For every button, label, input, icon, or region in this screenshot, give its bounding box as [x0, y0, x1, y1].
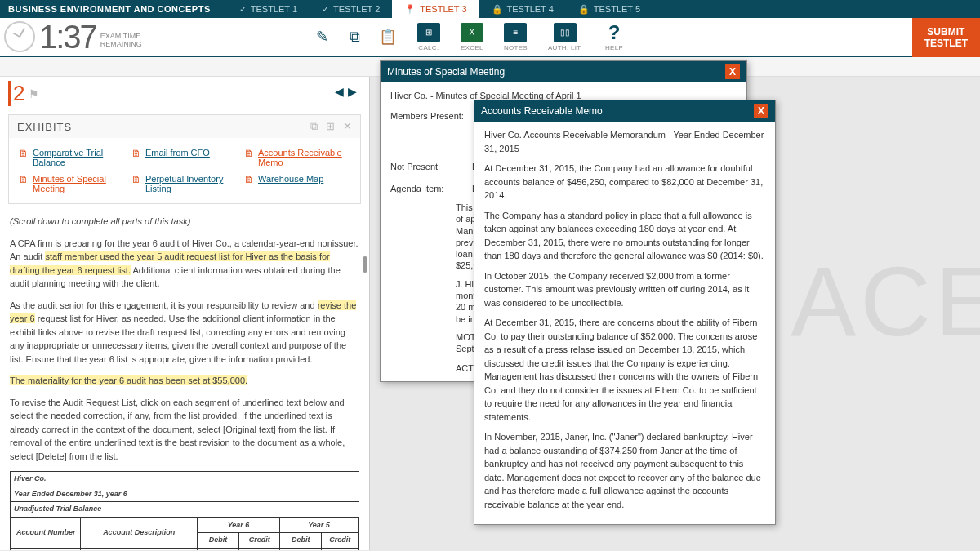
ws-period: Year Ended December 31, year 6 — [11, 487, 359, 503]
help-button[interactable]: ?HELP — [603, 23, 626, 51]
document-icon: 🗎 — [244, 174, 254, 185]
trial-balance-worksheet[interactable]: Hiver Co. Year Ended December 31, year 6… — [10, 471, 359, 550]
pencil-icon[interactable]: ✎ — [314, 28, 332, 46]
top-bar: BUSINESS ENVIRONMENT AND CONCEPTS ✓TESTL… — [0, 0, 980, 18]
testlet-1-tab[interactable]: ✓TESTLET 1 — [227, 0, 310, 18]
ar-memo-body: Hiver Co. Accounts Receivable Memorandum… — [474, 122, 775, 524]
close-icon[interactable]: X — [754, 104, 768, 118]
scroll-hint: (Scroll down to complete all parts of th… — [10, 215, 359, 229]
exhibit-link-5[interactable]: 🗎Warehouse Map — [241, 171, 354, 197]
app-tools: ⊞CALC. XEXCEL ≡NOTES ▯▯AUTH. LIT. ?HELP — [417, 23, 626, 51]
exhibit-link-3[interactable]: 🗎Minutes of Special Meeting — [16, 171, 128, 197]
document-icon: 🗎 — [131, 174, 141, 185]
toolbar: 1:37 EXAM TIMEREMAINING ✎ ⧉ 📋 ⊞CALC. XEX… — [0, 18, 980, 57]
auth-lit-button[interactable]: ▯▯AUTH. LIT. — [548, 23, 582, 51]
clock-icon — [4, 21, 35, 52]
exam-title: BUSINESS ENVIRONMENT AND CONCEPTS — [8, 4, 211, 14]
testlet-3-tab[interactable]: 📍TESTLET 3 — [392, 0, 479, 18]
cascade-icon[interactable]: ⧉ — [310, 120, 318, 133]
exhibits-title: EXHIBITS — [17, 121, 72, 133]
help-icon: ? — [603, 23, 626, 42]
check-icon: ✓ — [322, 4, 329, 15]
submit-testlet-button[interactable]: SUBMITTESTLET — [912, 18, 980, 57]
notes-button[interactable]: ≡NOTES — [504, 23, 528, 51]
tile-icon[interactable]: ⊞ — [326, 120, 335, 133]
exhibits-box: EXHIBITS ⧉ ⊞ ✕ 🗎Comparative Trial Balanc… — [8, 114, 361, 204]
exhibit-link-4[interactable]: 🗎Perpetual Inventory Listing — [128, 171, 241, 197]
testlet-4-tab: 🔒TESTLET 4 — [479, 0, 566, 18]
flag-icon[interactable]: ⚑ — [29, 87, 39, 100]
document-icon: 🗎 — [131, 148, 141, 159]
close-all-icon[interactable]: ✕ — [343, 120, 352, 133]
clipboard-icon[interactable]: 📋 — [379, 28, 397, 46]
panel-next-icon[interactable]: ▶ — [348, 85, 357, 98]
excel-button[interactable]: XEXCEL — [461, 23, 483, 51]
instruction-p4: To revise the Audit Request List, click … — [10, 396, 359, 464]
calc-icon: ⊞ — [417, 23, 440, 42]
document-icon: 🗎 — [244, 148, 254, 159]
popup-title: Minutes of Special Meeting — [387, 66, 505, 78]
table-row[interactable]: 1010Bank account no. 0010396735,136,0005… — [11, 548, 359, 550]
annotation-tools: ✎ ⧉ 📋 — [314, 28, 397, 46]
instructions-area[interactable]: (Scroll down to complete all parts of th… — [0, 208, 369, 550]
ar-memo-popup[interactable]: Accounts Receivable Memo X Hiver Co. Acc… — [474, 100, 776, 525]
testlet-2-tab[interactable]: ✓TESTLET 2 — [310, 0, 392, 18]
instruction-p1: A CPA firm is preparing for the year 6 a… — [10, 237, 359, 291]
lock-icon: 🔒 — [578, 4, 590, 15]
calc-button[interactable]: ⊞CALC. — [417, 23, 440, 51]
exhibit-link-1[interactable]: 🗎Email from CFO — [128, 144, 241, 171]
exhibit-link-0[interactable]: 🗎Comparative Trial Balance — [16, 144, 128, 171]
question-number: 2 — [8, 81, 24, 106]
testlet-5-tab: 🔒TESTLET 5 — [566, 0, 653, 18]
exhibit-link-2[interactable]: 🗎Accounts Receivable Memo — [241, 144, 354, 171]
question-panel: 2 ⚑ ◀ ▶ EXHIBITS ⧉ ⊞ ✕ 🗎Comparative Tria… — [0, 77, 370, 550]
ws-company: Hiver Co. — [11, 472, 359, 487]
ws-doctype: Unadjusted Trial Balance — [11, 502, 359, 518]
check-icon: ✓ — [239, 4, 247, 15]
excel-icon: X — [461, 23, 483, 42]
testlet-tabs: ✓TESTLET 1 ✓TESTLET 2 📍TESTLET 3 🔒TESTLE… — [227, 0, 653, 18]
lock-icon: 🔒 — [492, 4, 503, 15]
close-icon[interactable]: X — [725, 64, 740, 79]
timer-area: 1:37 EXAM TIMEREMAINING — [0, 19, 142, 56]
time-label: EXAM TIMEREMAINING — [100, 33, 142, 49]
scrollbar[interactable] — [363, 256, 368, 273]
popup-title: Accounts Receivable Memo — [481, 105, 603, 117]
document-icon: 🗎 — [19, 174, 29, 185]
instruction-p3: The materiality for the year 6 audit has… — [10, 374, 359, 388]
copy-icon[interactable]: ⧉ — [346, 28, 364, 46]
time-remaining: 1:37 — [39, 19, 96, 56]
book-icon: ▯▯ — [554, 23, 577, 42]
instruction-p2: As the audit senior for this engagement,… — [10, 299, 359, 367]
notes-icon: ≡ — [504, 23, 527, 42]
document-icon: 🗎 — [19, 148, 29, 159]
location-icon: 📍 — [404, 4, 416, 15]
panel-prev-icon[interactable]: ◀ — [335, 85, 344, 98]
